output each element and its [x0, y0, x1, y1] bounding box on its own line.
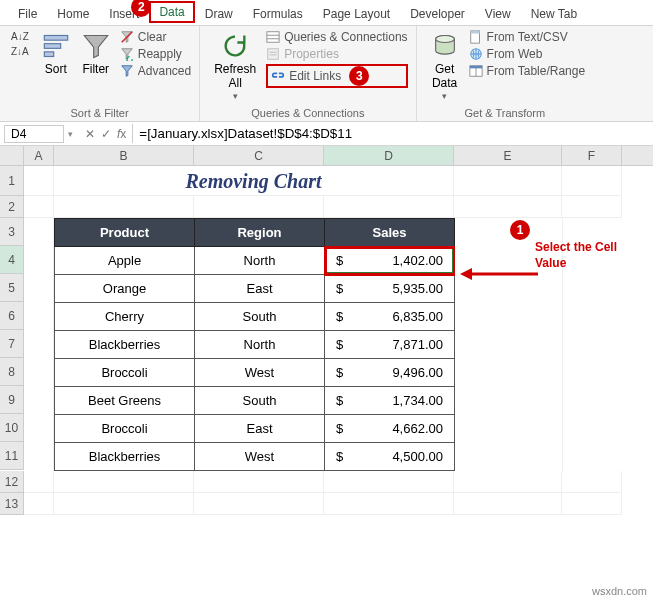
watermark: wsxdn.com	[592, 585, 647, 597]
formula-input[interactable]	[132, 124, 653, 143]
badge-1: 1	[510, 220, 530, 240]
sort-asc-icon[interactable]: A↓Z	[8, 30, 32, 43]
header-sales[interactable]: Sales	[325, 219, 455, 247]
tab-data[interactable]: Data	[149, 1, 194, 23]
row-header-3[interactable]: 3	[0, 218, 24, 246]
table-row[interactable]: Apple North $1,402.00	[55, 247, 455, 275]
header-product[interactable]: Product	[55, 219, 195, 247]
svg-rect-2	[44, 52, 53, 57]
arrow-icon	[460, 264, 540, 284]
filter-label: Filter	[82, 62, 109, 76]
tab-home[interactable]: Home	[47, 3, 99, 25]
group-label-sort-filter: Sort & Filter	[8, 105, 191, 119]
tab-page-layout[interactable]: Page Layout	[313, 3, 400, 25]
badge-3: 3	[349, 66, 369, 86]
table-row[interactable]: CherrySouth $6,835.00	[55, 303, 455, 331]
properties-button: Properties	[266, 47, 407, 61]
table-row[interactable]: BroccoliWest $9,496.00	[55, 359, 455, 387]
svg-rect-13	[470, 31, 479, 34]
tab-draw[interactable]: Draw	[195, 3, 243, 25]
reapply-button[interactable]: Reapply	[120, 47, 191, 61]
ribbon-tabs: File Home Insert 2 Data Draw Formulas Pa…	[0, 0, 653, 26]
fx-icon[interactable]: fx	[117, 127, 126, 141]
tab-file[interactable]: File	[8, 3, 47, 25]
row-header-5[interactable]: 5	[0, 274, 24, 302]
tab-formulas[interactable]: Formulas	[243, 3, 313, 25]
table-row[interactable]: BlackberriesWest $4,500.00	[55, 443, 455, 471]
clear-button[interactable]: Clear	[120, 30, 191, 44]
row-header-6[interactable]: 6	[0, 302, 24, 330]
namebox-dropdown-icon[interactable]: ▾	[68, 129, 79, 139]
row-header-4[interactable]: 4	[0, 246, 24, 274]
group-sort-filter: A↓Z Z↓A Sort Filter Clear	[0, 26, 200, 121]
queries-connections-button[interactable]: Queries & Connections	[266, 30, 407, 44]
cell-a1[interactable]	[24, 166, 54, 196]
sort-label: Sort	[45, 62, 67, 76]
col-header-a[interactable]: A	[24, 146, 54, 165]
get-data-label: Get Data	[432, 62, 457, 91]
ribbon: A↓Z Z↓A Sort Filter Clear	[0, 26, 653, 122]
refresh-all-label: Refresh All	[214, 62, 256, 91]
sort-button[interactable]: Sort	[36, 30, 76, 78]
from-web-button[interactable]: From Web	[469, 47, 586, 61]
chevron-down-icon: ▾	[442, 91, 447, 102]
header-region[interactable]: Region	[195, 219, 325, 247]
get-data-button[interactable]: Get Data ▾	[425, 30, 465, 104]
row-header-13[interactable]: 13	[0, 493, 24, 515]
table-row[interactable]: OrangeEast $5,935.00	[55, 275, 455, 303]
group-label-queries: Queries & Connections	[208, 105, 407, 119]
svg-point-11	[435, 36, 454, 43]
col-header-b[interactable]: B	[54, 146, 194, 165]
enter-formula-icon[interactable]: ✓	[101, 127, 111, 141]
tab-developer[interactable]: Developer	[400, 3, 475, 25]
col-a-spacer[interactable]	[24, 218, 54, 471]
cell-f1[interactable]	[562, 166, 622, 196]
svg-rect-4	[267, 32, 279, 43]
table-row[interactable]: Beet GreensSouth $1,734.00	[55, 387, 455, 415]
svg-rect-1	[44, 44, 60, 49]
svg-rect-0	[44, 36, 67, 41]
select-all-corner[interactable]	[0, 146, 24, 165]
worksheet[interactable]: A B C D E F 1 Removing Chart 2 3 4 5 6 7…	[0, 146, 653, 515]
from-text-csv-button[interactable]: From Text/CSV	[469, 30, 586, 44]
formula-bar: D4 ▾ ✕ ✓ fx	[0, 122, 653, 146]
data-table: Product Region Sales Apple North $1,402.…	[54, 218, 455, 471]
from-table-range-button[interactable]: From Table/Range	[469, 64, 586, 78]
tab-new-tab[interactable]: New Tab	[521, 3, 587, 25]
col-header-f[interactable]: F	[562, 146, 622, 165]
col-header-c[interactable]: C	[194, 146, 324, 165]
row-header-8[interactable]: 8	[0, 358, 24, 386]
callout-select-cell: Select the CellValue	[535, 240, 617, 271]
group-get-transform: Get Data ▾ From Text/CSV From Web From T…	[417, 26, 594, 121]
svg-marker-19	[460, 268, 472, 280]
sort-desc-icon[interactable]: Z↓A	[8, 45, 32, 58]
row-header-10[interactable]: 10	[0, 414, 24, 442]
svg-rect-7	[268, 49, 279, 60]
row-header-9[interactable]: 9	[0, 386, 24, 414]
row-header-2[interactable]: 2	[0, 196, 24, 218]
row-header-7[interactable]: 7	[0, 330, 24, 358]
row-header-1[interactable]: 1	[0, 166, 24, 196]
group-label-get-transform: Get & Transform	[425, 105, 586, 119]
group-queries-connections: Refresh All ▾ Queries & Connections Prop…	[200, 26, 416, 121]
row-header-11[interactable]: 11	[0, 442, 24, 470]
selected-cell-d4[interactable]: $1,402.00	[325, 247, 455, 275]
tab-view[interactable]: View	[475, 3, 521, 25]
col-header-d[interactable]: D	[324, 146, 454, 165]
edit-links-button[interactable]: Edit Links 3	[266, 64, 407, 88]
table-row[interactable]: BlackberriesNorth $7,871.00	[55, 331, 455, 359]
refresh-all-button[interactable]: Refresh All ▾	[208, 30, 262, 104]
chevron-down-icon: ▾	[233, 91, 238, 102]
name-box[interactable]: D4	[4, 125, 64, 143]
cancel-formula-icon[interactable]: ✕	[85, 127, 95, 141]
filter-button[interactable]: Filter	[76, 30, 116, 78]
row-header-12[interactable]: 12	[0, 471, 24, 493]
advanced-button[interactable]: Advanced	[120, 64, 191, 78]
sheet-title[interactable]: Removing Chart	[54, 166, 454, 196]
table-row[interactable]: BroccoliEast $4,662.00	[55, 415, 455, 443]
col-header-e[interactable]: E	[454, 146, 562, 165]
cell-e1[interactable]	[454, 166, 562, 196]
